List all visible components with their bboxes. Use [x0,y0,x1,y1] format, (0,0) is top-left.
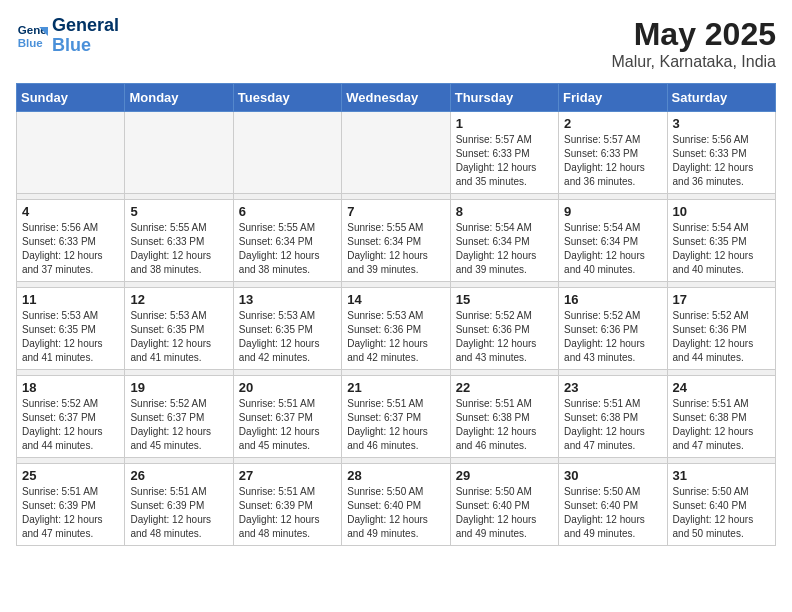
calendar-cell: 1Sunrise: 5:57 AM Sunset: 6:33 PM Daylig… [450,112,558,194]
day-detail: Sunrise: 5:52 AM Sunset: 6:37 PM Dayligh… [130,397,227,453]
calendar-cell: 6Sunrise: 5:55 AM Sunset: 6:34 PM Daylig… [233,200,341,282]
day-number: 18 [22,380,119,395]
day-detail: Sunrise: 5:51 AM Sunset: 6:38 PM Dayligh… [456,397,553,453]
svg-text:Blue: Blue [18,36,44,48]
day-number: 8 [456,204,553,219]
day-number: 23 [564,380,661,395]
calendar-cell: 16Sunrise: 5:52 AM Sunset: 6:36 PM Dayli… [559,288,667,370]
calendar-cell: 23Sunrise: 5:51 AM Sunset: 6:38 PM Dayli… [559,376,667,458]
logo-text: General Blue [52,16,119,56]
calendar-cell: 14Sunrise: 5:53 AM Sunset: 6:36 PM Dayli… [342,288,450,370]
calendar-cell: 31Sunrise: 5:50 AM Sunset: 6:40 PM Dayli… [667,464,775,546]
calendar-week-5: 25Sunrise: 5:51 AM Sunset: 6:39 PM Dayli… [17,464,776,546]
day-detail: Sunrise: 5:55 AM Sunset: 6:34 PM Dayligh… [347,221,444,277]
weekday-header-friday: Friday [559,84,667,112]
logo: General Blue General Blue [16,16,119,56]
day-detail: Sunrise: 5:51 AM Sunset: 6:39 PM Dayligh… [130,485,227,541]
day-number: 24 [673,380,770,395]
day-detail: Sunrise: 5:50 AM Sunset: 6:40 PM Dayligh… [673,485,770,541]
calendar-cell: 10Sunrise: 5:54 AM Sunset: 6:35 PM Dayli… [667,200,775,282]
calendar-cell: 20Sunrise: 5:51 AM Sunset: 6:37 PM Dayli… [233,376,341,458]
day-detail: Sunrise: 5:51 AM Sunset: 6:38 PM Dayligh… [564,397,661,453]
day-number: 20 [239,380,336,395]
calendar-cell: 25Sunrise: 5:51 AM Sunset: 6:39 PM Dayli… [17,464,125,546]
day-number: 3 [673,116,770,131]
day-detail: Sunrise: 5:54 AM Sunset: 6:35 PM Dayligh… [673,221,770,277]
day-number: 5 [130,204,227,219]
day-detail: Sunrise: 5:57 AM Sunset: 6:33 PM Dayligh… [564,133,661,189]
day-number: 19 [130,380,227,395]
calendar-cell: 19Sunrise: 5:52 AM Sunset: 6:37 PM Dayli… [125,376,233,458]
calendar-cell: 12Sunrise: 5:53 AM Sunset: 6:35 PM Dayli… [125,288,233,370]
day-detail: Sunrise: 5:51 AM Sunset: 6:37 PM Dayligh… [239,397,336,453]
calendar-cell: 21Sunrise: 5:51 AM Sunset: 6:37 PM Dayli… [342,376,450,458]
day-number: 6 [239,204,336,219]
day-number: 17 [673,292,770,307]
day-number: 27 [239,468,336,483]
weekday-header-tuesday: Tuesday [233,84,341,112]
calendar-week-2: 4Sunrise: 5:56 AM Sunset: 6:33 PM Daylig… [17,200,776,282]
calendar-cell: 24Sunrise: 5:51 AM Sunset: 6:38 PM Dayli… [667,376,775,458]
day-number: 9 [564,204,661,219]
weekday-header-row: SundayMondayTuesdayWednesdayThursdayFrid… [17,84,776,112]
day-detail: Sunrise: 5:50 AM Sunset: 6:40 PM Dayligh… [347,485,444,541]
calendar-cell [342,112,450,194]
weekday-header-thursday: Thursday [450,84,558,112]
calendar-week-3: 11Sunrise: 5:53 AM Sunset: 6:35 PM Dayli… [17,288,776,370]
calendar-cell: 22Sunrise: 5:51 AM Sunset: 6:38 PM Dayli… [450,376,558,458]
calendar-cell: 29Sunrise: 5:50 AM Sunset: 6:40 PM Dayli… [450,464,558,546]
day-detail: Sunrise: 5:57 AM Sunset: 6:33 PM Dayligh… [456,133,553,189]
day-detail: Sunrise: 5:53 AM Sunset: 6:35 PM Dayligh… [22,309,119,365]
calendar-cell: 15Sunrise: 5:52 AM Sunset: 6:36 PM Dayli… [450,288,558,370]
calendar-week-4: 18Sunrise: 5:52 AM Sunset: 6:37 PM Dayli… [17,376,776,458]
day-detail: Sunrise: 5:54 AM Sunset: 6:34 PM Dayligh… [564,221,661,277]
calendar-cell: 13Sunrise: 5:53 AM Sunset: 6:35 PM Dayli… [233,288,341,370]
calendar-table: SundayMondayTuesdayWednesdayThursdayFrid… [16,83,776,546]
day-detail: Sunrise: 5:55 AM Sunset: 6:33 PM Dayligh… [130,221,227,277]
weekday-header-saturday: Saturday [667,84,775,112]
day-number: 21 [347,380,444,395]
calendar-cell: 11Sunrise: 5:53 AM Sunset: 6:35 PM Dayli… [17,288,125,370]
weekday-header-wednesday: Wednesday [342,84,450,112]
day-number: 25 [22,468,119,483]
day-number: 13 [239,292,336,307]
calendar-week-1: 1Sunrise: 5:57 AM Sunset: 6:33 PM Daylig… [17,112,776,194]
calendar-cell: 2Sunrise: 5:57 AM Sunset: 6:33 PM Daylig… [559,112,667,194]
day-detail: Sunrise: 5:51 AM Sunset: 6:37 PM Dayligh… [347,397,444,453]
location-subtitle: Malur, Karnataka, India [611,53,776,71]
calendar-cell [125,112,233,194]
day-number: 12 [130,292,227,307]
month-year-title: May 2025 [611,16,776,53]
calendar-cell: 28Sunrise: 5:50 AM Sunset: 6:40 PM Dayli… [342,464,450,546]
calendar-cell: 26Sunrise: 5:51 AM Sunset: 6:39 PM Dayli… [125,464,233,546]
day-detail: Sunrise: 5:55 AM Sunset: 6:34 PM Dayligh… [239,221,336,277]
day-number: 14 [347,292,444,307]
day-number: 28 [347,468,444,483]
calendar-cell: 18Sunrise: 5:52 AM Sunset: 6:37 PM Dayli… [17,376,125,458]
day-detail: Sunrise: 5:56 AM Sunset: 6:33 PM Dayligh… [22,221,119,277]
day-number: 15 [456,292,553,307]
day-number: 10 [673,204,770,219]
page-header: General Blue General Blue May 2025 Malur… [16,16,776,71]
logo-icon: General Blue [16,20,48,52]
calendar-cell: 30Sunrise: 5:50 AM Sunset: 6:40 PM Dayli… [559,464,667,546]
calendar-cell: 27Sunrise: 5:51 AM Sunset: 6:39 PM Dayli… [233,464,341,546]
day-number: 4 [22,204,119,219]
day-number: 29 [456,468,553,483]
day-number: 31 [673,468,770,483]
day-number: 7 [347,204,444,219]
day-number: 2 [564,116,661,131]
weekday-header-monday: Monday [125,84,233,112]
day-number: 1 [456,116,553,131]
day-detail: Sunrise: 5:51 AM Sunset: 6:39 PM Dayligh… [22,485,119,541]
day-detail: Sunrise: 5:56 AM Sunset: 6:33 PM Dayligh… [673,133,770,189]
calendar-cell: 8Sunrise: 5:54 AM Sunset: 6:34 PM Daylig… [450,200,558,282]
calendar-cell [17,112,125,194]
calendar-cell: 17Sunrise: 5:52 AM Sunset: 6:36 PM Dayli… [667,288,775,370]
day-detail: Sunrise: 5:53 AM Sunset: 6:35 PM Dayligh… [239,309,336,365]
day-detail: Sunrise: 5:50 AM Sunset: 6:40 PM Dayligh… [456,485,553,541]
day-number: 16 [564,292,661,307]
calendar-cell: 4Sunrise: 5:56 AM Sunset: 6:33 PM Daylig… [17,200,125,282]
calendar-cell: 9Sunrise: 5:54 AM Sunset: 6:34 PM Daylig… [559,200,667,282]
day-detail: Sunrise: 5:51 AM Sunset: 6:38 PM Dayligh… [673,397,770,453]
